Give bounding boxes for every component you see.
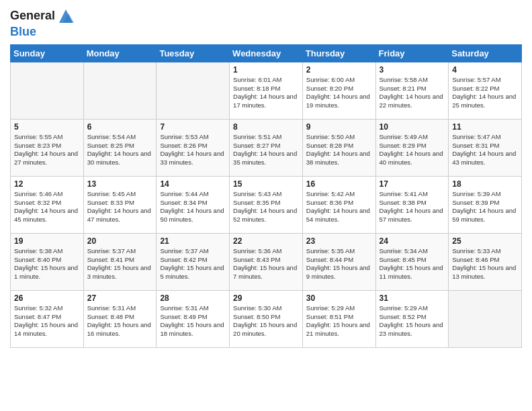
calendar-cell: 25Sunrise: 5:33 AM Sunset: 8:46 PM Dayli… [449, 233, 522, 290]
logo-icon [56, 7, 75, 26]
calendar-cell [449, 290, 522, 347]
calendar-week-2: 5Sunrise: 5:55 AM Sunset: 8:23 PM Daylig… [11, 119, 522, 176]
day-info: Sunrise: 5:31 AM Sunset: 8:49 PM Dayligh… [160, 304, 226, 338]
day-number: 24 [380, 236, 445, 246]
day-info: Sunrise: 5:58 AM Sunset: 8:21 PM Dayligh… [380, 76, 445, 110]
day-info: Sunrise: 5:45 AM Sunset: 8:33 PM Dayligh… [87, 190, 153, 224]
calendar-cell: 23Sunrise: 5:35 AM Sunset: 8:44 PM Dayli… [302, 233, 375, 290]
calendar-cell [11, 62, 84, 119]
calendar-cell: 22Sunrise: 5:36 AM Sunset: 8:43 PM Dayli… [230, 233, 303, 290]
calendar-cell: 8Sunrise: 5:51 AM Sunset: 8:27 PM Daylig… [230, 119, 303, 176]
day-info: Sunrise: 5:36 AM Sunset: 8:43 PM Dayligh… [233, 247, 299, 281]
day-info: Sunrise: 5:37 AM Sunset: 8:41 PM Dayligh… [87, 247, 153, 281]
day-header-monday: Monday [83, 44, 157, 62]
calendar-cell: 7Sunrise: 5:53 AM Sunset: 8:26 PM Daylig… [157, 119, 230, 176]
calendar-cell: 26Sunrise: 5:32 AM Sunset: 8:47 PM Dayli… [11, 290, 84, 347]
day-number: 16 [306, 179, 372, 189]
day-info: Sunrise: 5:49 AM Sunset: 8:29 PM Dayligh… [380, 133, 445, 167]
day-number: 29 [233, 293, 299, 303]
day-number: 5 [14, 122, 80, 132]
calendar-cell: 4Sunrise: 5:57 AM Sunset: 8:22 PM Daylig… [449, 62, 522, 119]
day-header-friday: Friday [375, 44, 449, 62]
calendar-cell: 29Sunrise: 5:30 AM Sunset: 8:50 PM Dayli… [230, 290, 303, 347]
calendar-cell: 2Sunrise: 6:00 AM Sunset: 8:20 PM Daylig… [302, 62, 375, 119]
day-number: 1 [233, 65, 299, 75]
day-info: Sunrise: 5:44 AM Sunset: 8:34 PM Dayligh… [160, 190, 226, 224]
calendar-cell: 16Sunrise: 5:42 AM Sunset: 8:36 PM Dayli… [302, 176, 375, 233]
calendar-cell: 6Sunrise: 5:54 AM Sunset: 8:25 PM Daylig… [83, 119, 157, 176]
calendar-cell: 10Sunrise: 5:49 AM Sunset: 8:29 PM Dayli… [375, 119, 449, 176]
calendar-cell: 15Sunrise: 5:43 AM Sunset: 8:35 PM Dayli… [230, 176, 303, 233]
day-number: 28 [160, 293, 226, 303]
day-number: 15 [233, 179, 299, 189]
day-number: 19 [14, 236, 80, 246]
day-info: Sunrise: 5:51 AM Sunset: 8:27 PM Dayligh… [233, 133, 299, 167]
calendar-cell: 9Sunrise: 5:50 AM Sunset: 8:28 PM Daylig… [302, 119, 375, 176]
day-number: 18 [452, 179, 518, 189]
calendar-week-3: 12Sunrise: 5:46 AM Sunset: 8:32 PM Dayli… [11, 176, 522, 233]
day-info: Sunrise: 5:54 AM Sunset: 8:25 PM Dayligh… [87, 133, 153, 167]
day-info: Sunrise: 5:50 AM Sunset: 8:28 PM Dayligh… [306, 133, 372, 167]
day-header-thursday: Thursday [302, 44, 375, 62]
day-number: 25 [452, 236, 518, 246]
logo-blue: Blue [10, 25, 36, 38]
calendar-cell: 18Sunrise: 5:39 AM Sunset: 8:39 PM Dayli… [449, 176, 522, 233]
day-number: 22 [233, 236, 299, 246]
calendar-cell: 11Sunrise: 5:47 AM Sunset: 8:31 PM Dayli… [449, 119, 522, 176]
day-header-saturday: Saturday [449, 44, 522, 62]
day-info: Sunrise: 5:30 AM Sunset: 8:50 PM Dayligh… [233, 304, 299, 338]
day-number: 27 [87, 293, 153, 303]
day-info: Sunrise: 5:31 AM Sunset: 8:48 PM Dayligh… [87, 304, 153, 338]
day-number: 10 [380, 122, 445, 132]
day-number: 23 [306, 236, 372, 246]
calendar-cell: 19Sunrise: 5:38 AM Sunset: 8:40 PM Dayli… [11, 233, 84, 290]
calendar-week-4: 19Sunrise: 5:38 AM Sunset: 8:40 PM Dayli… [11, 233, 522, 290]
day-number: 31 [380, 293, 445, 303]
day-header-wednesday: Wednesday [230, 44, 303, 62]
day-number: 26 [14, 293, 80, 303]
day-info: Sunrise: 5:38 AM Sunset: 8:40 PM Dayligh… [14, 247, 80, 281]
day-info: Sunrise: 5:41 AM Sunset: 8:38 PM Dayligh… [380, 190, 445, 224]
calendar-cell: 30Sunrise: 5:29 AM Sunset: 8:51 PM Dayli… [302, 290, 375, 347]
calendar-cell: 1Sunrise: 6:01 AM Sunset: 8:18 PM Daylig… [230, 62, 303, 119]
day-info: Sunrise: 6:01 AM Sunset: 8:18 PM Dayligh… [233, 76, 299, 110]
day-number: 3 [380, 65, 445, 75]
calendar-cell: 31Sunrise: 5:29 AM Sunset: 8:52 PM Dayli… [375, 290, 449, 347]
day-info: Sunrise: 5:47 AM Sunset: 8:31 PM Dayligh… [452, 133, 518, 167]
day-info: Sunrise: 5:55 AM Sunset: 8:23 PM Dayligh… [14, 133, 80, 167]
calendar-cell: 28Sunrise: 5:31 AM Sunset: 8:49 PM Dayli… [157, 290, 230, 347]
calendar-cell: 5Sunrise: 5:55 AM Sunset: 8:23 PM Daylig… [11, 119, 84, 176]
day-info: Sunrise: 5:57 AM Sunset: 8:22 PM Dayligh… [452, 76, 518, 110]
day-number: 17 [380, 179, 445, 189]
day-info: Sunrise: 5:33 AM Sunset: 8:46 PM Dayligh… [452, 247, 518, 281]
day-info: Sunrise: 5:43 AM Sunset: 8:35 PM Dayligh… [233, 190, 299, 224]
day-number: 9 [306, 122, 372, 132]
calendar-cell: 14Sunrise: 5:44 AM Sunset: 8:34 PM Dayli… [157, 176, 230, 233]
day-info: Sunrise: 5:32 AM Sunset: 8:47 PM Dayligh… [14, 304, 80, 338]
calendar-cell: 13Sunrise: 5:45 AM Sunset: 8:33 PM Dayli… [83, 176, 157, 233]
day-number: 30 [306, 293, 372, 303]
day-number: 14 [160, 179, 226, 189]
day-header-sunday: Sunday [11, 44, 84, 62]
day-number: 12 [14, 179, 80, 189]
day-number: 20 [87, 236, 153, 246]
day-info: Sunrise: 5:37 AM Sunset: 8:42 PM Dayligh… [160, 247, 226, 281]
calendar-week-1: 1Sunrise: 6:01 AM Sunset: 8:18 PM Daylig… [11, 62, 522, 119]
calendar-cell [83, 62, 157, 119]
day-number: 6 [87, 122, 153, 132]
day-number: 13 [87, 179, 153, 189]
calendar-cell: 20Sunrise: 5:37 AM Sunset: 8:41 PM Dayli… [83, 233, 157, 290]
day-info: Sunrise: 5:39 AM Sunset: 8:39 PM Dayligh… [452, 190, 518, 224]
day-info: Sunrise: 5:46 AM Sunset: 8:32 PM Dayligh… [14, 190, 80, 224]
day-info: Sunrise: 5:29 AM Sunset: 8:52 PM Dayligh… [380, 304, 445, 338]
day-info: Sunrise: 5:35 AM Sunset: 8:44 PM Dayligh… [306, 247, 372, 281]
day-number: 2 [306, 65, 372, 75]
calendar-header-row: SundayMondayTuesdayWednesdayThursdayFrid… [11, 44, 522, 62]
day-info: Sunrise: 5:42 AM Sunset: 8:36 PM Dayligh… [306, 190, 372, 224]
calendar-cell: 24Sunrise: 5:34 AM Sunset: 8:45 PM Dayli… [375, 233, 449, 290]
logo-text: General [10, 9, 55, 23]
day-number: 21 [160, 236, 226, 246]
calendar-week-5: 26Sunrise: 5:32 AM Sunset: 8:47 PM Dayli… [11, 290, 522, 347]
day-number: 4 [452, 65, 518, 75]
calendar-cell: 17Sunrise: 5:41 AM Sunset: 8:38 PM Dayli… [375, 176, 449, 233]
